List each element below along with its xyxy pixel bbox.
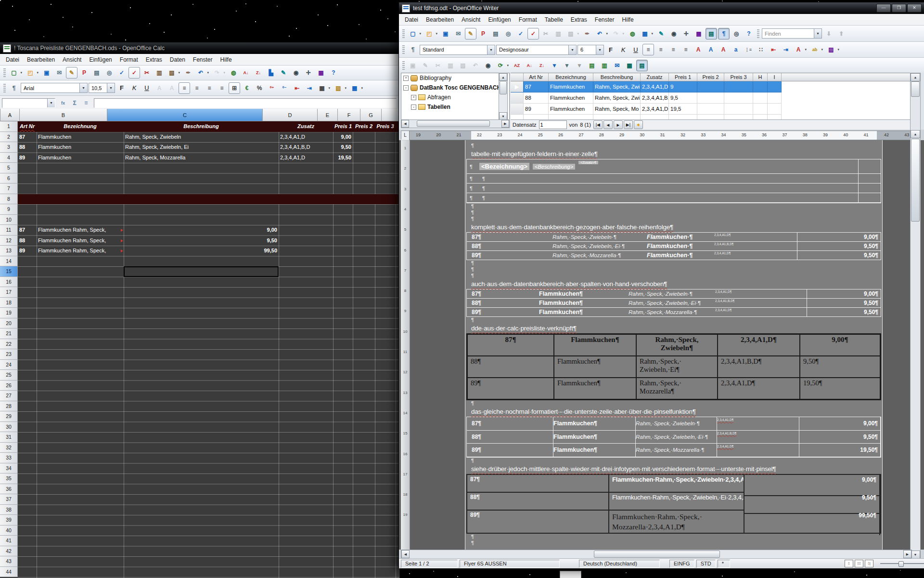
row-header-7[interactable]: 7 <box>0 184 18 194</box>
standard-filter-icon[interactable]: ▼ <box>561 60 573 71</box>
sort-icon[interactable]: AZ <box>511 60 523 71</box>
doc-table-cell[interactable]: 89¶ <box>467 252 552 259</box>
doc-table-cell[interactable]: Flammkuchen¶ <box>554 356 636 378</box>
status-insert-mode[interactable]: EINFG <box>669 560 694 568</box>
doc-table-cell[interactable]: 2,3,4,A1,B,D¶ <box>718 356 800 378</box>
doc-table-cell[interactable]: 2,3,4,A1,D¶ <box>714 233 797 236</box>
sheet-cell-E2[interactable]: 9,00 <box>333 132 353 143</box>
spellcheck-icon[interactable]: ✓ <box>116 67 128 79</box>
column-header-B[interactable]: B <box>20 109 107 121</box>
doc-table-t2[interactable]: 87¶Rahm,·Speck,·Zwiebeln·¶Flammkuchen·¶2… <box>466 232 881 260</box>
save-icon[interactable]: ▣ <box>41 67 52 79</box>
email-icon[interactable]: ✉ <box>53 67 65 79</box>
dropdown-arrow-icon[interactable]: ▾ <box>837 48 839 52</box>
pilcrow-mark[interactable]: ¶ <box>471 540 882 546</box>
bold-button[interactable]: F <box>116 82 128 94</box>
doc-table-cell[interactable]: Rahm,·Speck,·Zwiebeln,·Ei·¶ <box>629 300 715 306</box>
sheet-cell-A3[interactable]: 88 <box>18 142 37 153</box>
scroll-right-icon[interactable]: ▶ <box>501 120 509 128</box>
doc-table-cell[interactable]: 9,50¶ <box>800 356 880 378</box>
database-field-placeholder[interactable]: <Zusatz>¶ <box>578 161 598 164</box>
pilcrow-mark[interactable]: ¶ <box>471 266 882 273</box>
background-color-icon[interactable]: ▨▾ <box>825 44 837 55</box>
sort-descending-icon[interactable]: Z↓ <box>253 67 264 79</box>
spellcheck-icon[interactable]: ✓ <box>515 28 526 39</box>
find-previous-icon[interactable]: ⬆ <box>835 28 847 39</box>
font-size-combo[interactable]: 6▼ <box>578 45 604 55</box>
undo-icon[interactable]: ↶▾ <box>195 67 206 79</box>
bullet-list-icon[interactable]: ∷ <box>755 44 767 55</box>
scroll-down-icon[interactable]: ▼ <box>499 112 507 120</box>
row-header-42[interactable]: 42 <box>0 546 18 557</box>
grid-cell[interactable]: 2,3,4,A1,D <box>641 81 669 92</box>
save-record-icon[interactable]: ▣ <box>407 60 419 71</box>
row-header-32[interactable]: 32 <box>0 443 18 453</box>
cell-cursor[interactable] <box>124 266 279 277</box>
grid-column-header-h[interactable]: H <box>753 73 768 81</box>
dropdown-arrow-icon[interactable]: ▾ <box>361 86 363 90</box>
grid-cell[interactable]: 19,5 <box>669 104 697 115</box>
menu-datei[interactable]: Datei <box>401 15 422 25</box>
hyperlink-icon[interactable]: ◍ <box>627 28 638 39</box>
pilcrow-mark[interactable]: ¶ <box>471 260 882 266</box>
data-to-fields-icon[interactable]: ▥ <box>599 60 610 71</box>
doc-table-cell[interactable]: 2,3,4,A1,D¶ <box>718 378 800 399</box>
doc-table-cell[interactable]: 2,3,4,A1,D¶ <box>717 417 799 431</box>
find-dropdown-icon[interactable]: ▼ <box>814 29 821 38</box>
grid-cell[interactable] <box>724 92 753 104</box>
formula-input-line[interactable] <box>94 98 397 108</box>
doc-table-row[interactable]: 87¶Rahm,·Speck,·Zwiebeln·¶Flammkuchen·¶2… <box>467 233 881 242</box>
format-paintbrush-icon[interactable]: ✒ <box>581 28 593 39</box>
explorer-on-off-icon[interactable]: ▤ <box>636 60 648 71</box>
horizontal-ruler[interactable]: 1920212223242526272829303132333435363738… <box>409 131 912 140</box>
decrease-indent-icon[interactable]: ⇤ <box>291 82 303 94</box>
grid-cell[interactable] <box>768 81 782 92</box>
tree-item-abfragen[interactable]: +Abfragen <box>401 92 509 102</box>
reset-filter-icon[interactable]: ▼ <box>574 60 585 71</box>
redo-icon[interactable]: ↷▾ <box>610 28 622 39</box>
row-header-43[interactable]: 43 <box>0 556 18 567</box>
merge-cells-icon[interactable]: ⊞ <box>229 82 240 94</box>
doc-table-cell[interactable]: 88¶ <box>467 243 552 250</box>
autofilter-icon[interactable]: ▼ <box>549 60 560 71</box>
underline-button[interactable]: U <box>630 44 642 55</box>
row-header-2[interactable]: 2 <box>0 132 18 143</box>
doc-table-cell[interactable]: 2,3,4,A1,B,D¶ <box>717 431 799 445</box>
doc-paragraph[interactable]: das·gleiche·nochmal·formatiert·-·die·unt… <box>471 408 882 415</box>
row-header-16[interactable]: 16 <box>0 277 18 288</box>
status-page[interactable]: Seite 1 / 2 <box>401 560 458 568</box>
grid-column-header-bezeichnung[interactable]: Bezeichnung <box>549 73 593 81</box>
sheet-cell-C12[interactable]: 9,50 <box>124 236 279 246</box>
minimize-button[interactable]: — <box>876 4 891 13</box>
doc-table-cell[interactable]: 9,50¶ <box>797 251 881 260</box>
doc-table-cell[interactable]: 9,50¶ <box>807 308 881 316</box>
uppercase-icon[interactable]: A <box>718 44 729 55</box>
doc-table-row[interactable]: 87¶Flammkuchen¶Rahm,·Speck, Zwiebeln¶2,3… <box>467 334 880 356</box>
multi-page-view-icon[interactable]: ▯▯ <box>855 560 863 567</box>
grid-cell[interactable] <box>753 81 768 92</box>
close-button[interactable]: ✕ <box>907 4 922 13</box>
doc-table-cell[interactable]: Rahm,·Speck,·Mozzarella·¶ <box>636 444 717 457</box>
row-header-38[interactable]: 38 <box>0 505 18 515</box>
redo-icon[interactable]: ↷▾ <box>211 67 223 79</box>
first-record-icon[interactable]: |◀ <box>593 120 603 129</box>
document-page[interactable]: ¶tabelle·mit·eingefügten·feldern·in·eine… <box>465 140 883 550</box>
doc-table-t6[interactable]: 87¶Flammkuchen·Rahm,·Speck,·Zwiebeln·2,3… <box>466 474 881 534</box>
gallery-icon[interactable]: ▦ <box>315 67 327 79</box>
doc-table-cell[interactable]: Flammkuchen·¶ <box>647 234 714 240</box>
doc-table-row[interactable]: 89¶Flammkuchen¶Rahm,·Speck,· Mozzarella¶… <box>467 378 880 399</box>
menu-ansicht[interactable]: Ansicht <box>458 15 484 25</box>
doc-table-cell[interactable]: 87¶ <box>467 334 554 356</box>
delete-decimal-icon[interactable]: ⁰⁻ <box>279 82 290 94</box>
tree-item-bibliography[interactable]: +Bibliography <box>401 73 509 83</box>
dropdown-arrow-icon[interactable]: ▾ <box>207 71 209 75</box>
new-record-icon[interactable]: ✱ <box>634 120 643 129</box>
doc-table-cell[interactable]: Flammkuchen¶ <box>553 417 636 430</box>
row-header-28[interactable]: 28 <box>0 401 18 412</box>
grid-cell[interactable]: Flammkuchen <box>549 81 593 92</box>
export-pdf-icon[interactable]: P <box>78 67 90 79</box>
grid-cell[interactable] <box>724 81 753 92</box>
pilcrow-mark[interactable]: ¶ <box>471 203 882 210</box>
draw-functions-icon[interactable]: ✎ <box>655 28 667 39</box>
highlighting-icon[interactable]: ab▾ <box>809 44 821 55</box>
